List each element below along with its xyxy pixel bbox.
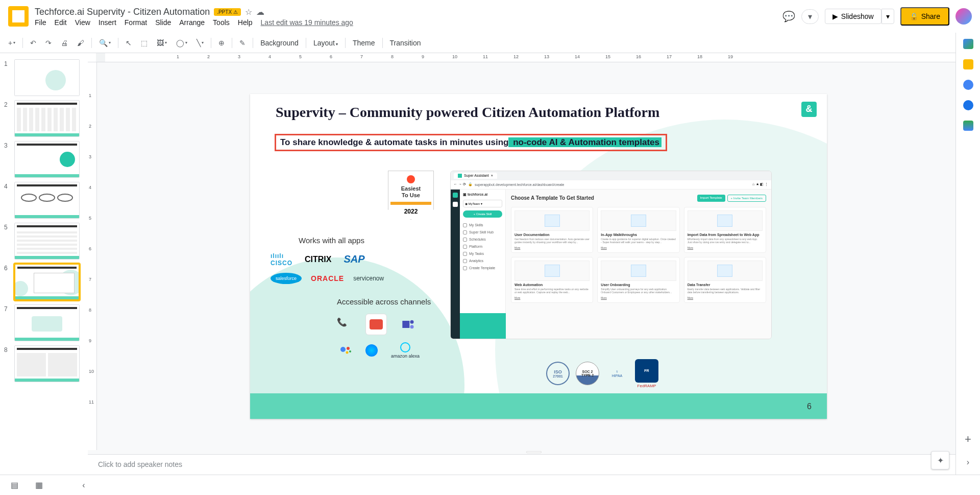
tasks-icon[interactable] bbox=[963, 80, 973, 90]
slide-thumb-5[interactable]: 5 bbox=[0, 221, 88, 262]
fedramp-badge: FR bbox=[635, 359, 658, 383]
menu-view[interactable]: View bbox=[75, 18, 90, 27]
calendar-icon[interactable] bbox=[963, 39, 973, 49]
image-tool[interactable]: 🖼 ▾ bbox=[153, 36, 171, 50]
menu-arrange[interactable]: Arrange bbox=[179, 18, 205, 27]
bg-decoration bbox=[250, 393, 827, 419]
grid-view-icon[interactable]: ▦ bbox=[33, 479, 45, 491]
last-edit-link[interactable]: Last edit was 19 minutes ago bbox=[261, 18, 353, 27]
new-slide-button[interactable]: + ▾ bbox=[4, 36, 19, 50]
slide-thumb-1[interactable]: 1 bbox=[0, 57, 88, 98]
nav-my-tasks: My Tasks bbox=[463, 250, 502, 257]
slide-number: 2 bbox=[4, 100, 11, 137]
textbox-tool[interactable]: ⬚ bbox=[137, 36, 152, 50]
template-card: Data Transfer Easily transfer data betwe… bbox=[684, 257, 766, 303]
hide-sidepanel-icon[interactable]: › bbox=[962, 456, 974, 468]
chat-icon bbox=[365, 314, 387, 335]
browser-url-bar: ← → ⟳🔒superappbot.development.techforce.… bbox=[451, 180, 771, 190]
print-button[interactable]: 🖨 bbox=[57, 36, 72, 50]
menu-insert[interactable]: Insert bbox=[99, 18, 116, 27]
shape-tool[interactable]: ◯ ▾ bbox=[172, 36, 191, 50]
theme-button[interactable]: Theme bbox=[349, 36, 379, 50]
oracle-logo: ORACLE bbox=[311, 274, 344, 282]
share-button[interactable]: 🔒 Share bbox=[900, 7, 949, 26]
comments-icon[interactable]: 💬 bbox=[782, 10, 795, 22]
explore-fab[interactable]: ✦ bbox=[931, 451, 949, 469]
nav-my-skills: My Skills bbox=[463, 222, 502, 229]
menu-format[interactable]: Format bbox=[125, 18, 147, 27]
document-title[interactable]: Techforce.ai Supervity - Citizen Automat… bbox=[35, 7, 210, 17]
subtitle-box[interactable]: To share knowledge & automate tasks in m… bbox=[275, 134, 667, 151]
template-desc: Save time and effort in performing repet… bbox=[514, 288, 590, 295]
integration-logos-row1: ılıılıCISCO CITRIX SAP bbox=[271, 252, 365, 267]
collapse-filmstrip-icon[interactable]: ‹ bbox=[78, 479, 90, 491]
certification-badges: ISO27001 SOC 2TYPE 2 ⚕HIPAA FR FedRAMP bbox=[546, 359, 658, 388]
iso-badge: ISO27001 bbox=[546, 362, 570, 385]
slide-title[interactable]: Supervity – Community powered Citizen Au… bbox=[276, 104, 659, 121]
slide-number: 5 bbox=[4, 223, 11, 260]
format-badge: .PPTX ⚠ bbox=[214, 8, 241, 16]
slide-number: 8 bbox=[4, 345, 11, 382]
slide-thumb-4[interactable]: 4 bbox=[0, 180, 88, 221]
notes-resize-handle[interactable] bbox=[88, 450, 980, 454]
undo-button[interactable]: ↶ bbox=[26, 36, 40, 50]
main-area: 1 2 3 4 5 6 7 8 bbox=[0, 53, 980, 475]
svg-point-4 bbox=[347, 347, 350, 350]
app-header: Techforce.ai Supervity - Citizen Automat… bbox=[0, 0, 980, 33]
cloud-status-icon[interactable]: ☁ bbox=[256, 7, 264, 17]
line-tool[interactable]: ╲ ▾ bbox=[192, 36, 208, 50]
slideshow-dropdown[interactable]: ▾ bbox=[881, 9, 894, 24]
menu-file[interactable]: File bbox=[35, 18, 46, 27]
addons-plus-icon[interactable]: + bbox=[965, 433, 971, 446]
menu-help[interactable]: Help bbox=[238, 18, 253, 27]
user-avatar[interactable] bbox=[955, 8, 972, 25]
filmstrip-view-icon[interactable]: ▤ bbox=[8, 479, 20, 491]
salesforce-logo: salesforce bbox=[271, 273, 302, 284]
slide-thumb-7[interactable]: 7 bbox=[0, 302, 88, 343]
svg-point-6 bbox=[349, 350, 351, 352]
bottom-bar: ▤ ▦ ‹ bbox=[0, 475, 980, 495]
notes-placeholder: Click to add speaker notes bbox=[98, 460, 182, 468]
assistant-icon bbox=[340, 344, 352, 357]
nav-create-template: Create Template bbox=[463, 265, 502, 272]
layout-button[interactable]: Layout▾ bbox=[309, 36, 342, 50]
toolbar: + ▾ ↶ ↷ 🖨 🖌 🔍 ▾ ↖ ⬚ 🖼 ▾ ◯ ▾ ╲ ▾ ⊕ ✎ Back… bbox=[0, 33, 980, 53]
slide-thumb-6[interactable]: 6 bbox=[0, 262, 88, 302]
menu-tools[interactable]: Tools bbox=[213, 18, 230, 27]
page-number: 6 bbox=[807, 402, 812, 411]
slide-thumb-2[interactable]: 2 bbox=[0, 98, 88, 139]
select-tool[interactable]: ↖ bbox=[121, 36, 136, 50]
toolbar-separator bbox=[118, 38, 118, 48]
horizontal-ruler: 123 456 789 101112 131415 161718 19 bbox=[88, 53, 980, 62]
menu-edit[interactable]: Edit bbox=[55, 18, 67, 27]
speaker-notes[interactable]: Click to add speaker notes bbox=[88, 454, 980, 475]
create-skill-button: + Create Skill bbox=[463, 210, 502, 218]
contacts-icon[interactable] bbox=[963, 100, 973, 110]
star-icon[interactable]: ☆ bbox=[245, 7, 252, 17]
nav-schedules: Schedules bbox=[463, 236, 502, 243]
slide-thumb-8[interactable]: 8 bbox=[0, 343, 88, 384]
paint-format-button[interactable]: 🖌 bbox=[73, 36, 88, 50]
slideshow-button[interactable]: ▶ Slideshow bbox=[825, 9, 881, 24]
maps-icon[interactable] bbox=[963, 121, 973, 131]
transition-button[interactable]: Transition bbox=[386, 36, 425, 50]
meet-dropdown[interactable]: ▾ bbox=[801, 9, 819, 24]
slide-thumb-3[interactable]: 3 bbox=[0, 139, 88, 180]
redo-button[interactable]: ↷ bbox=[41, 36, 56, 50]
templates-grid: User Documentation Get freedom from tedi… bbox=[511, 207, 766, 303]
background-button[interactable]: Background bbox=[256, 36, 303, 50]
menu-slide[interactable]: Slide bbox=[155, 18, 171, 27]
pen-tool[interactable]: ✎ bbox=[235, 36, 250, 50]
comment-tool[interactable]: ⊕ bbox=[214, 36, 229, 50]
g2-badge: Easiest To Use 2022 bbox=[388, 171, 434, 227]
slides-logo[interactable] bbox=[8, 6, 29, 27]
g2-year: 2022 bbox=[390, 208, 431, 215]
template-title: In-App Walkthroughs bbox=[601, 233, 676, 237]
slide-canvas[interactable]: & Supervity – Community powered Citizen … bbox=[250, 94, 827, 419]
filmstrip[interactable]: 1 2 3 4 5 6 7 8 bbox=[0, 53, 88, 475]
slide-viewport[interactable]: & Supervity – Community powered Citizen … bbox=[97, 62, 980, 450]
keep-icon[interactable] bbox=[963, 59, 973, 69]
zoom-button[interactable]: 🔍 ▾ bbox=[95, 36, 115, 50]
subtitle-highlight: no-code AI & Automation templates bbox=[508, 137, 662, 147]
accessible-title: Accessible across channels bbox=[337, 297, 431, 306]
